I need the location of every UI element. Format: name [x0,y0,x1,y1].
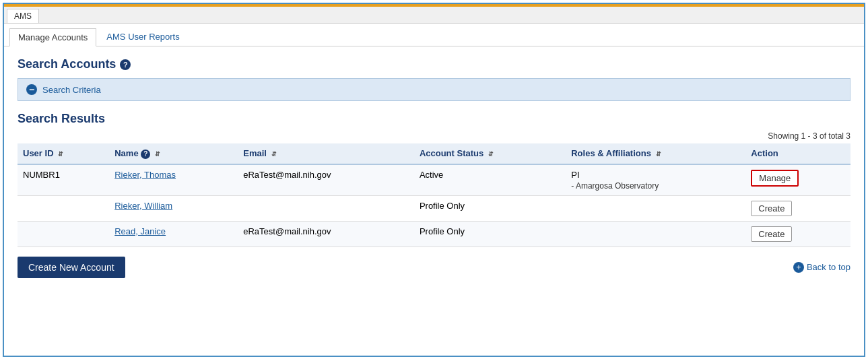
cell-user-id-1: NUMBR1 [18,164,109,196]
col-header-roles[interactable]: Roles & Affiliations ⇵ [566,143,745,164]
back-to-top-link[interactable]: + Back to top [793,262,850,273]
app-tab-ams[interactable]: AMS [7,9,39,23]
cell-action-1: Manage [745,164,850,196]
cell-roles-3 [566,221,745,247]
search-criteria-bar[interactable]: − Search Criteria [18,78,850,101]
create-new-account-button[interactable]: Create New Account [18,257,125,278]
name-help-icon[interactable]: ? [141,150,150,159]
table-header-row: User ID ⇵ Name ? ⇵ Email ⇵ Account Statu… [18,143,850,164]
nav-tab-manage-accounts[interactable]: Manage Accounts [9,28,96,46]
table-row: Read, Janice eRaTest@mail.nih.gov Profil… [18,221,850,247]
showing-count: Showing 1 - 3 of total 3 [18,131,850,141]
back-to-top-label: Back to top [807,262,850,272]
search-accounts-heading: Search Accounts ? [18,57,850,71]
search-accounts-help-icon[interactable]: ? [120,59,131,70]
cell-status-1: Active [414,164,566,196]
col-header-user-id[interactable]: User ID ⇵ [18,143,109,164]
sort-icon-account-status: ⇵ [488,151,494,158]
cell-name-3: Read, Janice [109,221,238,247]
results-table: User ID ⇵ Name ? ⇵ Email ⇵ Account Statu… [18,143,850,247]
search-results-heading: Search Results [18,112,850,126]
cell-name-2: Rieker, William [109,195,238,221]
cell-action-2: Create [745,195,850,221]
sort-icon-roles: ⇵ [656,151,661,158]
sort-icon-user-id: ⇵ [58,151,63,158]
cell-status-3: Profile Only [414,221,566,247]
cell-user-id-2 [18,195,109,221]
app-tab-bar: AMS [4,7,864,24]
name-link-3[interactable]: Read, Janice [114,226,166,236]
search-accounts-title: Search Accounts [18,57,116,71]
table-row: NUMBR1 Rieker, Thomas eRaTest@mail.nih.g… [18,164,850,196]
nav-tab-bar: Manage Accounts AMS User Reports [4,24,864,46]
main-container: AMS Manage Accounts AMS User Reports Sea… [3,3,865,357]
col-header-account-status[interactable]: Account Status ⇵ [414,143,566,164]
main-content: Search Accounts ? − Search Criteria Sear… [4,46,864,289]
create-button-3[interactable]: Create [751,226,792,242]
cell-name-1: Rieker, Thomas [109,164,238,196]
col-header-action: Action [745,143,850,164]
col-header-name[interactable]: Name ? ⇵ [109,143,238,164]
cell-email-1: eRaTest@mail.nih.gov [238,164,414,196]
col-header-email[interactable]: Email ⇵ [238,143,414,164]
name-link-2[interactable]: Rieker, William [114,201,172,211]
sort-icon-name: ⇵ [155,151,160,158]
name-link-1[interactable]: Rieker, Thomas [114,170,176,180]
cell-roles-1: PI - Amargosa Observatory [566,164,745,196]
cell-email-2 [238,195,414,221]
cell-email-3: eRaTest@mail.nih.gov [238,221,414,247]
create-button-2[interactable]: Create [751,201,792,216]
back-to-top-icon: + [793,262,804,273]
sort-icon-email: ⇵ [271,151,277,158]
manage-button-1[interactable]: Manage [751,170,799,187]
cell-action-3: Create [745,221,850,247]
footer-row: Create New Account + Back to top [18,257,850,278]
affiliation-text-1: - Amargosa Observatory [571,181,740,191]
nav-tab-ams-user-reports[interactable]: AMS User Reports [98,28,188,46]
table-row: Rieker, William Profile Only Create [18,195,850,221]
collapse-icon: − [26,84,37,95]
cell-status-2: Profile Only [414,195,566,221]
cell-roles-2 [566,195,745,221]
roles-text-1: PI [571,170,740,180]
cell-user-id-3 [18,221,109,247]
search-criteria-label: Search Criteria [42,85,101,95]
